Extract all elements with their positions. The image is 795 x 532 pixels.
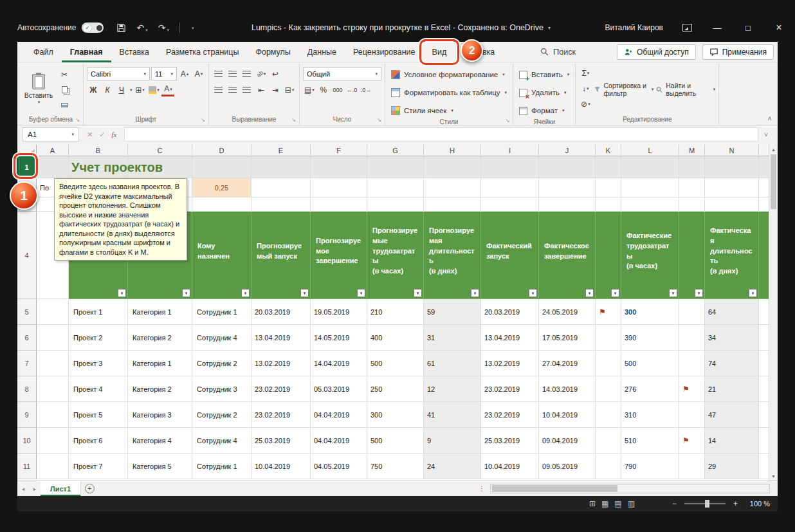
ribbon-tab-file[interactable]: Файл [25,42,62,62]
save-button[interactable] [116,23,126,33]
row-header-10[interactable]: 10 [17,428,37,454]
previous-sheet-icon[interactable]: ◂ [17,481,29,496]
cell-G4[interactable]: Прогнозируемые трудозатраты (в часах)▾ [367,212,424,299]
filter-button-G4[interactable]: ▾ [414,289,422,297]
copy-icon[interactable] [58,83,71,96]
align-middle-icon[interactable] [226,67,239,80]
cell-D8[interactable]: Сотрудник 3 [192,376,251,402]
cell-K8[interactable] [596,376,621,402]
undo-button[interactable]: ↶▾ [136,23,147,32]
row-header-4[interactable]: 4 [17,212,37,299]
align-bottom-icon[interactable] [241,67,253,80]
next-sheet-icon[interactable]: ▸ [29,481,41,496]
cell-I8[interactable]: 23.02.2019 [481,376,539,402]
underline-button[interactable]: Ч [115,83,128,96]
column-header-M[interactable]: M [679,145,705,156]
zoom-in-button[interactable]: + [733,499,738,508]
cell-D11[interactable]: Сотрудник 1 [192,454,251,479]
cell-J6[interactable]: 17.05.2019 [539,325,596,351]
cell-F9[interactable]: 04.04.2019 [311,402,367,428]
cell-I4[interactable]: Фактический запуск▾ [481,212,539,299]
dialog-launcher-icon[interactable]: ↘ [75,117,80,123]
cell-L10[interactable]: 510 [621,428,679,454]
cell-J2[interactable] [539,178,596,197]
cell-A10[interactable] [37,428,69,454]
decrease-decimal-icon[interactable]: .0→ [360,83,372,96]
cell-F2[interactable] [311,178,367,197]
cell-L7[interactable]: 500 [621,351,679,376]
cell-A6[interactable] [37,325,69,351]
cell-B5[interactable]: Проект 1 [69,299,128,325]
dialog-launcher-icon[interactable]: ↘ [291,117,296,123]
cell-I10[interactable]: 25.03.2019 [481,428,539,454]
cell-E7[interactable]: 13.02.2019 [251,351,311,376]
insert-function-button[interactable]: fx [111,131,116,138]
cell-J3[interactable] [539,197,596,212]
filter-button-H4[interactable]: ▾ [471,289,479,297]
cell-J4[interactable]: Фактическое завершение▾ [539,212,596,299]
filter-button-F4[interactable]: ▾ [357,289,365,297]
cell-E3[interactable] [251,197,311,212]
cell-M6[interactable] [679,325,705,351]
cell-L11[interactable]: 790 [621,454,679,479]
horizontal-scrollbar[interactable] [490,484,770,493]
share-button[interactable]: Общий доступ [617,44,696,60]
number-format-select[interactable]: Общий▾ [303,67,381,80]
increase-decimal-icon[interactable]: ←.0 [345,83,358,96]
cell-M4[interactable]: ▾ [679,212,705,299]
comments-button[interactable]: Примечания [702,44,774,60]
page-layout-view-icon[interactable]: ▤ [614,499,621,508]
format-cells-button[interactable]: Формат▾ [516,103,572,118]
cell-N3[interactable] [705,197,759,212]
cell-K11[interactable] [596,454,621,479]
cell-H11[interactable]: 24 [424,454,481,479]
cell-I3[interactable] [481,197,539,212]
cell-D5[interactable]: Сотрудник 1 [192,299,251,325]
cell-E4[interactable]: Прогнозируемый запуск▾ [251,212,311,299]
dialog-launcher-icon[interactable]: ↘ [505,118,509,124]
zoom-slider[interactable] [684,503,726,504]
increase-indent-icon[interactable]: ⇥ [269,83,282,96]
cell-G7[interactable]: 500 [367,351,424,376]
format-painter-icon[interactable] [58,98,71,112]
column-header-I[interactable]: I [481,145,539,156]
filter-button-I4[interactable]: ▾ [529,289,537,297]
grow-font-icon[interactable]: А▴ [178,67,191,80]
cell-N6[interactable]: 34 [705,325,759,351]
filter-button-N4[interactable]: ▾ [749,289,757,297]
cell-H1[interactable] [424,156,481,178]
cell-F1[interactable] [311,156,367,178]
cell-A8[interactable] [37,376,69,402]
cell-K2[interactable] [596,178,621,197]
ribbon-tab-data[interactable]: Данные [299,42,345,62]
cell-B8[interactable]: Проект 4 [69,376,128,402]
cell-C5[interactable]: Категория 1 [128,299,192,325]
maximize-button[interactable]: □ [742,23,754,33]
cell-G5[interactable]: 210 [367,299,424,325]
cell-K9[interactable] [596,402,621,428]
ribbon-tab-home[interactable]: Главная [62,42,111,62]
cell-N7[interactable]: 74 [705,351,759,376]
chevron-down-icon[interactable]: ▾ [548,25,551,31]
font-name-select[interactable]: Calibri▾ [87,67,150,80]
cell-K4[interactable]: ▾ [596,212,621,299]
cell-D10[interactable]: Сотрудник 4 [192,428,251,454]
row-header-1[interactable]: 1 [17,156,37,178]
new-sheet-button[interactable]: + [81,481,98,496]
clear-icon[interactable]: ⊘▾ [579,97,592,111]
cut-icon[interactable]: ✂ [58,68,71,81]
cell-H7[interactable]: 61 [424,351,481,376]
cell-B10[interactable]: Проект 6 [69,428,128,454]
zoom-slider-knob[interactable] [705,500,709,508]
cell-J7[interactable]: 27.04.2019 [539,351,596,376]
collapse-ribbon-button[interactable]: ˄ [768,115,772,122]
cell-E6[interactable]: 13.04.2019 [251,325,311,351]
cell-C11[interactable]: Категория 5 [128,454,192,479]
cell-E11[interactable]: 10.04.2019 [251,454,311,479]
cell-C9[interactable]: Категория 3 [128,402,192,428]
merge-center-icon[interactable]: ⊟▾ [283,83,296,96]
cell-styles-button[interactable]: Стили ячеек▾ [388,103,509,118]
cell-E2[interactable] [251,178,311,197]
cell-J5[interactable]: 24.05.2019 [539,299,596,325]
cell-B7[interactable]: Проект 3 [69,351,128,376]
